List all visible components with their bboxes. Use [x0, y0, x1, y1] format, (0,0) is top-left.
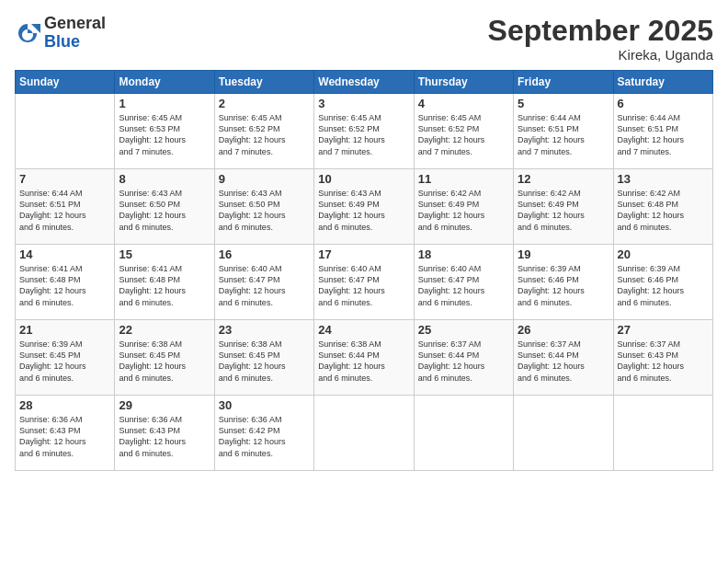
- day-number: 18: [418, 247, 509, 261]
- day-number: 10: [318, 172, 409, 186]
- day-number: 30: [219, 398, 310, 412]
- title-block: September 2025 Kireka, Uganda: [488, 15, 713, 63]
- day-info: Sunrise: 6:44 AM Sunset: 6:51 PM Dayligh…: [518, 112, 609, 157]
- day-number: 3: [318, 97, 409, 110]
- calendar-cell: 13Sunrise: 6:42 AM Sunset: 6:48 PM Dayli…: [613, 169, 712, 245]
- day-info: Sunrise: 6:42 AM Sunset: 6:49 PM Dayligh…: [418, 188, 509, 233]
- day-info: Sunrise: 6:36 AM Sunset: 6:42 PM Dayligh…: [219, 414, 310, 459]
- day-info: Sunrise: 6:42 AM Sunset: 6:49 PM Dayligh…: [518, 188, 609, 233]
- day-info: Sunrise: 6:45 AM Sunset: 6:52 PM Dayligh…: [318, 112, 409, 157]
- page: General Blue September 2025 Kireka, Ugan…: [0, 0, 728, 563]
- day-info: Sunrise: 6:39 AM Sunset: 6:46 PM Dayligh…: [518, 263, 609, 308]
- day-info: Sunrise: 6:37 AM Sunset: 6:44 PM Dayligh…: [418, 339, 509, 384]
- calendar-cell: 25Sunrise: 6:37 AM Sunset: 6:44 PM Dayli…: [414, 320, 513, 396]
- day-info: Sunrise: 6:45 AM Sunset: 6:53 PM Dayligh…: [119, 112, 210, 157]
- calendar-cell: 27Sunrise: 6:37 AM Sunset: 6:43 PM Dayli…: [613, 320, 712, 396]
- header: General Blue September 2025 Kireka, Ugan…: [15, 15, 713, 63]
- calendar-cell: 20Sunrise: 6:39 AM Sunset: 6:46 PM Dayli…: [613, 245, 712, 320]
- logo: General Blue: [15, 15, 106, 52]
- calendar-week-3: 14Sunrise: 6:41 AM Sunset: 6:48 PM Dayli…: [16, 245, 713, 320]
- calendar-cell: 23Sunrise: 6:38 AM Sunset: 6:45 PM Dayli…: [214, 320, 313, 396]
- calendar-cell: 7Sunrise: 6:44 AM Sunset: 6:51 PM Daylig…: [16, 169, 115, 245]
- day-number: 27: [618, 323, 709, 337]
- day-number: 19: [518, 247, 609, 261]
- day-number: 4: [418, 97, 509, 110]
- col-thursday: Thursday: [414, 71, 513, 94]
- calendar-cell: [613, 396, 712, 471]
- day-number: 24: [318, 323, 409, 337]
- calendar-cell: 12Sunrise: 6:42 AM Sunset: 6:49 PM Dayli…: [514, 169, 613, 245]
- day-number: 20: [618, 247, 709, 261]
- day-info: Sunrise: 6:43 AM Sunset: 6:50 PM Dayligh…: [119, 188, 210, 233]
- day-info: Sunrise: 6:40 AM Sunset: 6:47 PM Dayligh…: [219, 263, 310, 308]
- calendar-cell: 2Sunrise: 6:45 AM Sunset: 6:52 PM Daylig…: [214, 94, 313, 169]
- day-number: 28: [19, 398, 110, 412]
- day-number: 16: [219, 247, 310, 261]
- day-info: Sunrise: 6:43 AM Sunset: 6:49 PM Dayligh…: [318, 188, 409, 233]
- day-number: 21: [19, 323, 110, 337]
- day-info: Sunrise: 6:38 AM Sunset: 6:45 PM Dayligh…: [119, 339, 210, 384]
- calendar-cell: 17Sunrise: 6:40 AM Sunset: 6:47 PM Dayli…: [314, 245, 414, 320]
- calendar-cell: 6Sunrise: 6:44 AM Sunset: 6:51 PM Daylig…: [613, 94, 712, 169]
- calendar-cell: 10Sunrise: 6:43 AM Sunset: 6:49 PM Dayli…: [314, 169, 414, 245]
- day-info: Sunrise: 6:39 AM Sunset: 6:46 PM Dayligh…: [618, 263, 709, 308]
- calendar-cell: 1Sunrise: 6:45 AM Sunset: 6:53 PM Daylig…: [115, 94, 214, 169]
- calendar-cell: 15Sunrise: 6:41 AM Sunset: 6:48 PM Dayli…: [115, 245, 214, 320]
- calendar: Sunday Monday Tuesday Wednesday Thursday…: [15, 70, 713, 471]
- calendar-cell: 22Sunrise: 6:38 AM Sunset: 6:45 PM Dayli…: [115, 320, 214, 396]
- calendar-cell: 29Sunrise: 6:36 AM Sunset: 6:43 PM Dayli…: [115, 396, 214, 471]
- calendar-week-2: 7Sunrise: 6:44 AM Sunset: 6:51 PM Daylig…: [16, 169, 713, 245]
- day-number: 25: [418, 323, 509, 337]
- month-title: September 2025: [488, 15, 713, 47]
- calendar-week-4: 21Sunrise: 6:39 AM Sunset: 6:45 PM Dayli…: [16, 320, 713, 396]
- day-number: 15: [119, 247, 210, 261]
- day-number: 9: [219, 172, 310, 186]
- calendar-week-1: 1Sunrise: 6:45 AM Sunset: 6:53 PM Daylig…: [16, 94, 713, 169]
- calendar-week-5: 28Sunrise: 6:36 AM Sunset: 6:43 PM Dayli…: [16, 396, 713, 471]
- calendar-cell: 30Sunrise: 6:36 AM Sunset: 6:42 PM Dayli…: [214, 396, 313, 471]
- day-number: 5: [518, 97, 609, 110]
- day-number: 1: [119, 97, 210, 110]
- col-friday: Friday: [514, 71, 613, 94]
- calendar-cell: 18Sunrise: 6:40 AM Sunset: 6:47 PM Dayli…: [414, 245, 513, 320]
- day-number: 8: [119, 172, 210, 186]
- svg-marker-0: [31, 24, 40, 33]
- calendar-cell: 26Sunrise: 6:37 AM Sunset: 6:44 PM Dayli…: [514, 320, 613, 396]
- day-info: Sunrise: 6:36 AM Sunset: 6:43 PM Dayligh…: [19, 414, 110, 459]
- day-info: Sunrise: 6:42 AM Sunset: 6:48 PM Dayligh…: [618, 188, 709, 233]
- day-info: Sunrise: 6:43 AM Sunset: 6:50 PM Dayligh…: [219, 188, 310, 233]
- day-info: Sunrise: 6:45 AM Sunset: 6:52 PM Dayligh…: [418, 112, 509, 157]
- day-number: 11: [418, 172, 509, 186]
- calendar-cell: [414, 396, 513, 471]
- day-number: 23: [219, 323, 310, 337]
- day-number: 6: [618, 97, 709, 110]
- calendar-header-row: Sunday Monday Tuesday Wednesday Thursday…: [16, 71, 713, 94]
- col-wednesday: Wednesday: [314, 71, 414, 94]
- calendar-cell: 21Sunrise: 6:39 AM Sunset: 6:45 PM Dayli…: [16, 320, 115, 396]
- day-info: Sunrise: 6:37 AM Sunset: 6:44 PM Dayligh…: [518, 339, 609, 384]
- calendar-cell: 5Sunrise: 6:44 AM Sunset: 6:51 PM Daylig…: [514, 94, 613, 169]
- calendar-cell: 11Sunrise: 6:42 AM Sunset: 6:49 PM Dayli…: [414, 169, 513, 245]
- day-info: Sunrise: 6:40 AM Sunset: 6:47 PM Dayligh…: [418, 263, 509, 308]
- day-number: 22: [119, 323, 210, 337]
- day-number: 26: [518, 323, 609, 337]
- day-info: Sunrise: 6:36 AM Sunset: 6:43 PM Dayligh…: [119, 414, 210, 459]
- day-info: Sunrise: 6:44 AM Sunset: 6:51 PM Dayligh…: [618, 112, 709, 157]
- day-info: Sunrise: 6:41 AM Sunset: 6:48 PM Dayligh…: [119, 263, 210, 308]
- day-info: Sunrise: 6:39 AM Sunset: 6:45 PM Dayligh…: [19, 339, 110, 384]
- day-info: Sunrise: 6:37 AM Sunset: 6:43 PM Dayligh…: [618, 339, 709, 384]
- calendar-cell: 9Sunrise: 6:43 AM Sunset: 6:50 PM Daylig…: [214, 169, 313, 245]
- calendar-cell: 8Sunrise: 6:43 AM Sunset: 6:50 PM Daylig…: [115, 169, 214, 245]
- logo-general-text: General: [44, 15, 106, 33]
- calendar-cell: [16, 94, 115, 169]
- day-number: 12: [518, 172, 609, 186]
- day-info: Sunrise: 6:41 AM Sunset: 6:48 PM Dayligh…: [19, 263, 110, 308]
- day-info: Sunrise: 6:38 AM Sunset: 6:44 PM Dayligh…: [318, 339, 409, 384]
- day-number: 14: [19, 247, 110, 261]
- calendar-cell: 3Sunrise: 6:45 AM Sunset: 6:52 PM Daylig…: [314, 94, 414, 169]
- day-info: Sunrise: 6:38 AM Sunset: 6:45 PM Dayligh…: [219, 339, 310, 384]
- logo-icon: [15, 20, 40, 46]
- calendar-cell: 19Sunrise: 6:39 AM Sunset: 6:46 PM Dayli…: [514, 245, 613, 320]
- col-saturday: Saturday: [613, 71, 712, 94]
- day-info: Sunrise: 6:45 AM Sunset: 6:52 PM Dayligh…: [219, 112, 310, 157]
